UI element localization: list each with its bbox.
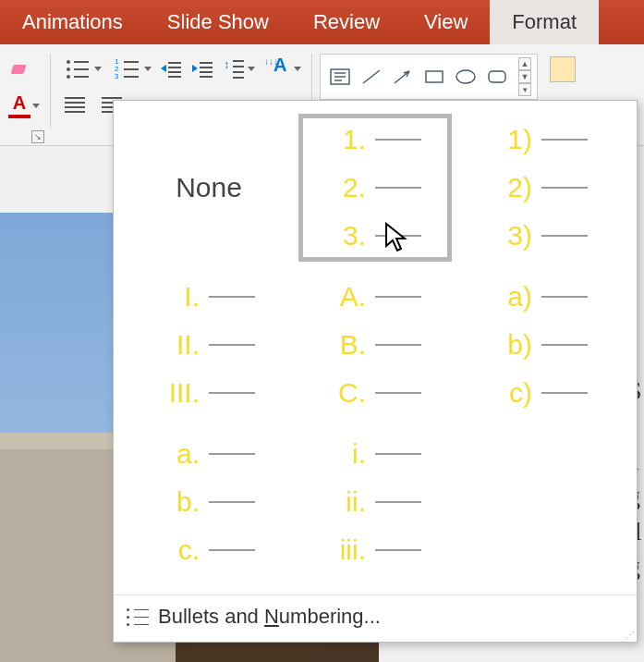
sample-line — [209, 453, 255, 455]
num-sample: c. — [163, 534, 200, 566]
rounded-rect-shape[interactable] — [483, 67, 511, 87]
sample-line — [375, 296, 421, 298]
align-left-button[interactable] — [58, 92, 91, 119]
numbering-option-alpha-lower-paren[interactable]: a) b) c) — [465, 271, 618, 419]
text-direction-button[interactable]: ↓↓↓A — [261, 52, 304, 85]
line-spacing-icon: ↕ — [224, 56, 246, 80]
num-sample: ii. — [329, 486, 366, 518]
num-sample: I. — [163, 281, 200, 313]
num-sample: 1) — [495, 124, 532, 155]
num-sample: 2) — [495, 172, 532, 203]
fill-swatch-icon — [550, 56, 576, 82]
numbering-option-arabic-period[interactable]: 1. 2. 3. — [298, 114, 452, 262]
chevron-down-icon — [248, 67, 255, 71]
tab-animations[interactable]: Animations — [0, 0, 145, 44]
increase-indent-button[interactable] — [189, 56, 217, 80]
sample-line — [375, 453, 421, 455]
svg-line-5 — [395, 71, 409, 83]
sample-line — [375, 501, 421, 503]
font-color-button[interactable]: A — [6, 90, 43, 121]
num-sample: c) — [495, 377, 532, 409]
separator — [50, 54, 51, 129]
sample-line — [375, 235, 421, 237]
tab-review[interactable]: Review — [291, 0, 402, 44]
line-spacing-button[interactable]: ↕ — [221, 54, 258, 83]
sample-line — [541, 296, 588, 298]
num-sample: b) — [495, 329, 532, 361]
sample-line — [541, 235, 588, 237]
font-color-icon: A — [8, 92, 30, 118]
eraser-icon — [8, 57, 32, 80]
gallery-scroll[interactable]: ▲ ▼ ▾ — [518, 57, 531, 96]
shape-fill-button[interactable] — [547, 54, 578, 85]
shape-gallery[interactable]: ▲ ▼ ▾ — [320, 54, 538, 100]
num-sample: i. — [329, 438, 366, 470]
text-box-shape[interactable] — [326, 67, 354, 87]
gallery-down-icon[interactable]: ▼ — [518, 70, 531, 83]
group-launcher[interactable]: ↘ — [31, 130, 44, 143]
none-label: None — [176, 172, 242, 203]
svg-point-7 — [456, 70, 475, 83]
num-sample: II. — [163, 329, 200, 361]
svg-rect-8 — [489, 71, 505, 82]
list-icon — [127, 606, 149, 628]
numbering-option-alpha-lower-period[interactable]: a. b. c. — [132, 428, 286, 576]
num-sample: 3. — [329, 220, 366, 251]
footer-label: Bullets and Numbering... — [158, 605, 381, 629]
sample-line — [375, 139, 421, 141]
sample-line — [209, 549, 255, 551]
chevron-down-icon — [144, 67, 152, 71]
text-direction-icon: ↓↓↓A — [264, 55, 292, 82]
tab-format[interactable]: Format — [490, 0, 599, 44]
tab-slide-show[interactable]: Slide Show — [145, 0, 291, 44]
num-sample: a) — [495, 281, 532, 313]
num-sample: 3) — [495, 220, 532, 251]
num-sample: a. — [163, 438, 200, 470]
sample-line — [209, 344, 255, 346]
numbering-option-empty — [465, 428, 618, 576]
num-sample: 1. — [329, 124, 366, 155]
sample-line — [541, 187, 588, 189]
bullets-icon — [61, 56, 92, 80]
svg-rect-6 — [426, 71, 443, 82]
chevron-down-icon — [94, 67, 102, 71]
clear-formatting-button[interactable] — [6, 55, 35, 82]
resize-grip-icon: ⋰ — [626, 630, 633, 640]
numbering-icon — [111, 56, 142, 80]
num-sample: III. — [163, 377, 200, 409]
gallery-more-icon[interactable]: ▾ — [518, 83, 531, 96]
sample-line — [541, 344, 588, 346]
tab-bar: Animations Slide Show Review View Format — [0, 0, 644, 44]
num-sample: B. — [329, 329, 366, 361]
clipboard-group: A ↘ — [0, 50, 48, 145]
sample-line — [209, 296, 255, 298]
gallery-up-icon[interactable]: ▲ — [518, 57, 531, 70]
bullets-button[interactable] — [58, 54, 104, 83]
numbering-option-alpha-upper[interactable]: A. B. C. — [298, 271, 452, 419]
increase-indent-icon — [192, 59, 214, 78]
sample-line — [209, 501, 255, 503]
num-sample: C. — [329, 377, 366, 409]
numbering-button[interactable] — [108, 54, 154, 83]
numbering-option-arabic-paren[interactable]: 1) 2) 3) — [465, 114, 618, 262]
tab-view[interactable]: View — [402, 0, 490, 44]
sample-line — [209, 392, 255, 394]
sample-line — [375, 187, 421, 189]
chevron-down-icon — [32, 104, 40, 108]
oval-shape[interactable] — [452, 67, 480, 87]
line-shape[interactable] — [358, 67, 385, 87]
num-sample: b. — [163, 486, 200, 518]
decrease-indent-button[interactable] — [158, 56, 186, 80]
num-sample: 2. — [329, 172, 366, 203]
bullets-and-numbering-menuitem[interactable]: Bullets and Numbering... — [114, 595, 637, 642]
arrow-shape[interactable] — [389, 67, 417, 87]
numbering-option-roman-upper[interactable]: I. II. III. — [132, 271, 286, 419]
num-sample: A. — [329, 281, 366, 313]
numbering-dropdown: None 1. 2. 3. 1) 2) 3) I. II. III. A. B.… — [113, 100, 638, 643]
rectangle-shape[interactable] — [420, 67, 448, 87]
numbering-option-none[interactable]: None — [132, 114, 286, 262]
sample-line — [541, 139, 588, 141]
decrease-indent-icon — [161, 59, 183, 78]
sample-line — [375, 549, 421, 551]
numbering-option-roman-lower[interactable]: i. ii. iii. — [298, 428, 452, 576]
